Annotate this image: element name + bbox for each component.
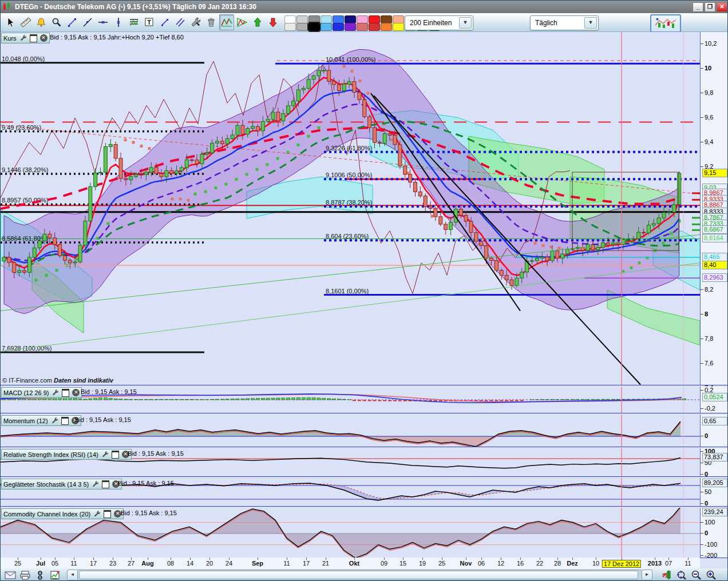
restore-button[interactable]: ❐: [705, 2, 715, 12]
indicator-bid-ask: Bid : 9,15 Ask : 9,15: [121, 510, 177, 516]
price-panel-header: Kurs✕: [1, 33, 50, 43]
color-swatch[interactable]: [369, 15, 380, 23]
indicator-bid-ask: Bid : 9,15 Ask : 9,15: [81, 388, 137, 395]
color-swatch[interactable]: [369, 23, 380, 31]
close-panel-icon[interactable]: ✕: [40, 34, 48, 42]
color-swatch[interactable]: [321, 15, 332, 23]
mail-icon[interactable]: [3, 570, 18, 581]
restore-panel-icon[interactable]: [30, 34, 37, 42]
svg-text:9,1446 (38,20%): 9,1446 (38,20%): [2, 166, 48, 173]
date-label: 12: [497, 560, 504, 567]
axis-price-box: 8,465: [702, 253, 727, 261]
restore-panel-icon[interactable]: [61, 417, 69, 425]
vertical-line-icon[interactable]: [111, 14, 126, 30]
copyright: © IT-Finance.com Daten sind indikativ: [2, 377, 113, 384]
axis-tick: [701, 474, 703, 475]
color-swatch[interactable]: [345, 15, 356, 23]
chart-type-button[interactable]: [650, 14, 681, 33]
axis-label: 0: [705, 432, 708, 439]
restore-panel-icon[interactable]: [112, 451, 119, 459]
date-label: 05: [52, 560, 58, 567]
restore-panel-icon[interactable]: [102, 480, 109, 488]
color-swatch[interactable]: [308, 23, 320, 31]
axis-tick: [701, 117, 703, 118]
alarm-icon[interactable]: [34, 14, 49, 30]
copyright-text: © IT-Finance.com: [2, 377, 54, 384]
color-swatch[interactable]: [308, 15, 320, 23]
restore-panel-icon[interactable]: [104, 510, 111, 518]
date-label: 25: [14, 560, 21, 567]
scrollbar-track[interactable]: [78, 570, 642, 580]
fibonacci-icon[interactable]: [126, 14, 141, 30]
close-panel-icon[interactable]: ✕: [72, 389, 80, 396]
chart-settings-icon[interactable]: [659, 570, 674, 581]
units-select[interactable]: 200 Einheiten ▼: [405, 15, 473, 30]
candlestick-chart-icon: [655, 17, 676, 30]
chevron-down-icon[interactable]: ▼: [584, 17, 597, 29]
parallel-lines-icon[interactable]: [173, 14, 188, 30]
color-swatch[interactable]: [296, 15, 308, 23]
restore-panel-icon[interactable]: [62, 389, 69, 397]
period-select[interactable]: Täglich ▼: [530, 15, 599, 30]
tools-icon[interactable]: [188, 14, 203, 30]
wrench-icon[interactable]: [52, 389, 59, 396]
wrench-icon[interactable]: [101, 451, 109, 458]
price-axis: 10,2109,89,69,49,28,287,87,67,49,159,038…: [700, 32, 728, 385]
color-swatch[interactable]: [357, 23, 368, 31]
close-button[interactable]: ✕: [717, 2, 727, 12]
color-swatch[interactable]: [333, 15, 344, 23]
zoom-in-icon[interactable]: [704, 570, 719, 581]
indicator-header: Geglätteter Stochastik (14 3 5)✕: [1, 479, 122, 490]
date-label: Aug: [141, 560, 153, 567]
zoom-out-icon[interactable]: [689, 570, 704, 581]
color-swatch[interactable]: [381, 15, 392, 23]
axis-label: 7,6: [705, 360, 713, 367]
color-swatch[interactable]: [284, 15, 296, 23]
wrench-icon[interactable]: [19, 34, 27, 42]
wrench-icon[interactable]: [51, 417, 58, 424]
point-tool-icon[interactable]: [65, 14, 80, 30]
zigzag-icon[interactable]: [219, 14, 234, 30]
indicator-header: Commodity Channel Index (20)✕: [1, 508, 124, 519]
color-swatch[interactable]: [284, 23, 296, 31]
svg-text:8,8787 (38,20%): 8,8787 (38,20%): [326, 199, 372, 206]
trash-icon[interactable]: [204, 14, 219, 30]
export-chart-icon[interactable]: [48, 570, 62, 581]
color-swatch[interactable]: [393, 23, 404, 31]
color-swatch[interactable]: [381, 23, 392, 31]
date-label: 06: [478, 560, 485, 567]
pointer-icon[interactable]: [3, 14, 18, 30]
color-swatch[interactable]: [357, 15, 368, 23]
zoom-fit-icon[interactable]: [674, 570, 689, 581]
horizontal-line-icon[interactable]: [96, 14, 110, 30]
wrench-icon[interactable]: [93, 510, 101, 518]
minimize-button[interactable]: _: [693, 2, 703, 12]
arrow-down-icon[interactable]: [266, 14, 280, 30]
color-swatch[interactable]: [321, 23, 332, 31]
scroll-right-button[interactable]: ►: [642, 570, 652, 580]
scroll-left-button[interactable]: ◄: [67, 570, 78, 580]
copyright-note: Daten sind indikativ: [54, 377, 113, 384]
axis-price-box: 89,205: [702, 479, 727, 487]
scrollbar-thumb[interactable]: [79, 571, 638, 579]
color-swatch[interactable]: [345, 23, 356, 31]
arrow-up-icon[interactable]: [250, 14, 265, 30]
printer-icon[interactable]: [18, 570, 33, 581]
color-swatch[interactable]: [333, 23, 344, 31]
color-swatch[interactable]: [296, 23, 308, 31]
mom-panel: Momentum (12)✕Bid : 9,15 Ask : 9,15: [1, 415, 700, 447]
ruler-icon[interactable]: [18, 14, 33, 30]
chevron-down-icon[interactable]: ▼: [459, 17, 472, 29]
axis-tick: [701, 390, 703, 391]
color-swatch[interactable]: [393, 15, 404, 23]
date-label: 21: [322, 560, 329, 567]
trendline-icon[interactable]: [80, 14, 95, 30]
svg-text:10,041 (100,00%): 10,041 (100,00%): [326, 56, 375, 63]
date-label: 11: [70, 560, 77, 567]
text-icon[interactable]: T: [142, 14, 157, 30]
pattern-icon[interactable]: [235, 14, 250, 30]
pin-icon[interactable]: [33, 570, 48, 581]
segment-icon[interactable]: [157, 14, 172, 30]
wrench-icon[interactable]: [92, 480, 99, 488]
magnifier-icon[interactable]: [49, 14, 64, 30]
